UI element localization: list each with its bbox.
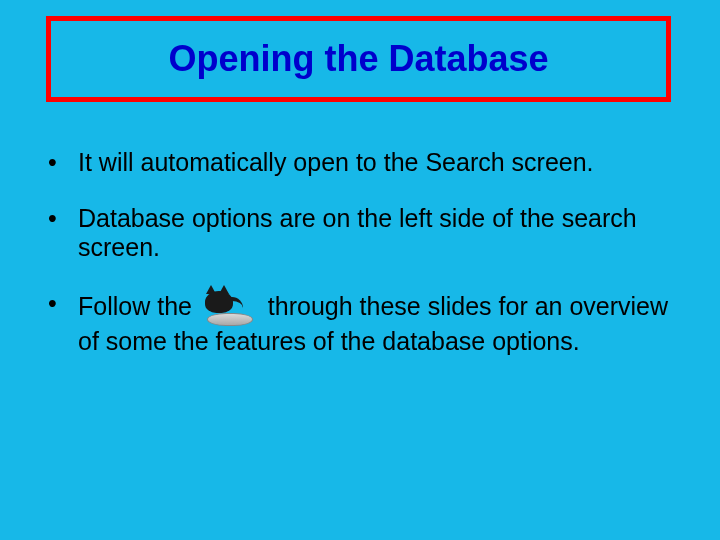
bullet-marker: • [42, 148, 78, 178]
bullet-1-text: It will automatically open to the Search… [78, 148, 680, 178]
bullet-3-text-before: Follow the [78, 291, 199, 319]
cat-on-bowl-icon [201, 289, 259, 327]
bullet-3: • Follow the through these slides for an… [42, 289, 680, 357]
bullet-marker: • [42, 204, 78, 263]
title-box: Opening the Database [46, 16, 671, 102]
content-area: • It will automatically open to the Sear… [42, 148, 680, 382]
bullet-2: • Database options are on the left side … [42, 204, 680, 263]
bullet-1: • It will automatically open to the Sear… [42, 148, 680, 178]
bullet-marker: • [42, 289, 78, 357]
slide-title: Opening the Database [168, 38, 548, 80]
bullet-3-text: Follow the through these slides for an o… [78, 289, 680, 357]
bullet-2-text: Database options are on the left side of… [78, 204, 680, 263]
